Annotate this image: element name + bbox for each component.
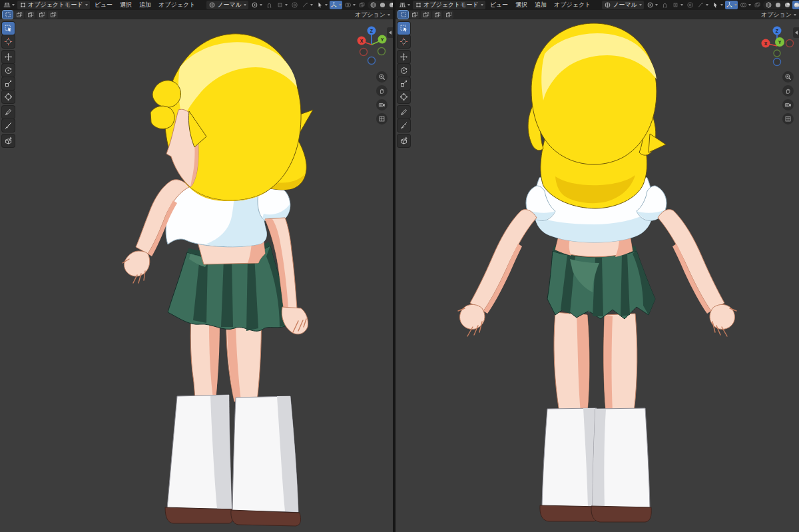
zoom-button[interactable] <box>376 71 388 83</box>
scale-icon <box>4 79 13 88</box>
tool-select-box[interactable] <box>2 22 15 35</box>
select-mode-invert[interactable] <box>37 11 47 19</box>
axis-neg-x-ball[interactable] <box>786 40 794 47</box>
tool-move[interactable] <box>2 51 15 63</box>
pan-button[interactable] <box>782 85 794 97</box>
mode-dropdown[interactable]: オブジェクトモード <box>413 1 485 9</box>
menu-view[interactable]: ビュー <box>92 0 115 10</box>
select-mode-set[interactable] <box>398 11 408 19</box>
menu-view[interactable]: ビュー <box>487 0 511 10</box>
tool-move[interactable] <box>398 51 410 63</box>
axis-neg-x-ball[interactable] <box>360 49 368 56</box>
options-dropdown[interactable]: オプション <box>761 11 796 19</box>
camera-view-button[interactable] <box>376 99 388 111</box>
proportional-editing-toggle[interactable] <box>290 1 299 9</box>
tool-annotate[interactable] <box>398 106 410 119</box>
menu-add[interactable]: 追加 <box>136 0 154 10</box>
select-mode-invert[interactable] <box>432 11 442 19</box>
move-icon <box>4 53 13 61</box>
shading-wireframe-button[interactable] <box>369 1 378 9</box>
tool-scale[interactable] <box>2 77 15 90</box>
pivot-point-dropdown[interactable] <box>646 1 659 9</box>
snap-settings-dropdown[interactable] <box>671 1 684 9</box>
menu-select[interactable]: 選択 <box>117 0 134 10</box>
character-back-three-quarter-view[interactable] <box>0 19 393 532</box>
select-mode-intersect[interactable] <box>443 11 453 19</box>
mode-dropdown[interactable]: オブジェクトモード <box>17 1 90 9</box>
menu-add[interactable]: 追加 <box>532 0 549 10</box>
xray-toggle[interactable] <box>753 1 762 9</box>
tool-select-box[interactable] <box>398 22 410 35</box>
axis-neg-z-ball[interactable] <box>368 57 376 65</box>
tool-scale[interactable] <box>398 77 410 90</box>
pivot-point-dropdown[interactable] <box>250 1 263 9</box>
tool-annotate[interactable] <box>2 106 15 119</box>
editor-type-button[interactable] <box>398 1 411 9</box>
axis-neg-y-ball[interactable] <box>774 50 780 57</box>
shading-material-button[interactable] <box>388 1 393 9</box>
tool-measure[interactable] <box>398 119 410 132</box>
select-mode-extend[interactable] <box>14 11 24 19</box>
select-mode-intersect[interactable] <box>48 11 58 19</box>
shading-solid-button[interactable] <box>774 1 782 9</box>
shading-material-button[interactable] <box>783 1 792 9</box>
menu-select[interactable]: 選択 <box>513 0 530 10</box>
navigation-gizmo[interactable]: Z X Y <box>355 23 390 67</box>
shading-solid-button[interactable] <box>378 1 387 9</box>
options-dropdown[interactable]: オプション <box>355 11 390 19</box>
menu-object[interactable]: オブジェクト <box>551 0 593 10</box>
tool-rotate[interactable] <box>2 64 15 77</box>
editor-type-button[interactable] <box>3 1 15 9</box>
ortho-toggle-button[interactable] <box>376 113 388 125</box>
falloff-icon <box>302 1 309 9</box>
pan-button[interactable] <box>376 85 388 97</box>
tool-measure[interactable] <box>2 119 15 132</box>
proportional-editing-toggle[interactable] <box>686 1 694 9</box>
select-mode-set[interactable] <box>3 11 13 19</box>
orientation-icon <box>604 1 611 9</box>
object-visibility-dropdown[interactable] <box>711 1 724 9</box>
select-mode-subtract[interactable] <box>25 11 35 19</box>
axis-neg-z-ball[interactable] <box>774 59 781 66</box>
sidebar-toggle[interactable] <box>387 27 393 38</box>
select-mode-subtract[interactable] <box>421 11 431 19</box>
xray-toggle[interactable] <box>358 1 366 9</box>
axis-neg-y-ball[interactable] <box>378 48 386 55</box>
transform-orientation-dropdown[interactable]: ノーマル <box>206 1 248 9</box>
tool-add-cube[interactable] <box>398 134 410 147</box>
chevron-down-icon <box>388 14 390 16</box>
select-set-icon <box>5 11 11 18</box>
overlays-toggle[interactable] <box>344 1 356 9</box>
3d-viewport-canvas[interactable]: Z X Y <box>396 19 799 532</box>
overlays-toggle[interactable] <box>739 1 752 9</box>
snap-toggle[interactable] <box>265 1 274 9</box>
tool-cursor[interactable] <box>398 35 410 48</box>
sidebar-toggle[interactable] <box>793 27 799 38</box>
menu-object[interactable]: オブジェクト <box>156 0 198 10</box>
shading-rendered-button[interactable] <box>792 1 799 9</box>
tool-transform[interactable] <box>2 91 15 103</box>
tool-transform[interactable] <box>398 91 410 103</box>
ortho-toggle-button[interactable] <box>782 113 794 125</box>
tool-rotate[interactable] <box>398 64 410 77</box>
navigation-gizmo[interactable]: Z X Y <box>758 23 796 67</box>
camera-view-button[interactable] <box>782 99 794 111</box>
object-visibility-dropdown[interactable] <box>316 1 328 9</box>
gizmos-toggle[interactable] <box>330 1 342 9</box>
transform-orientation-dropdown[interactable]: ノーマル <box>602 1 644 9</box>
select-mode-extend[interactable] <box>409 11 419 19</box>
character-back-view[interactable] <box>396 19 799 532</box>
snap-settings-dropdown[interactable] <box>276 1 288 9</box>
proportional-falloff-dropdown[interactable] <box>696 1 709 9</box>
3d-viewport-canvas[interactable]: Z X Y <box>0 19 393 532</box>
snap-toggle[interactable] <box>661 1 669 9</box>
gizmos-toggle[interactable] <box>725 1 738 9</box>
proportional-falloff-dropdown[interactable] <box>301 1 314 9</box>
gizmo-icon <box>330 1 338 9</box>
tool-cursor[interactable] <box>2 35 15 48</box>
zoom-button[interactable] <box>782 71 794 83</box>
3d-cursor-icon <box>4 37 13 46</box>
gizmo-icon <box>726 1 733 9</box>
shading-wireframe-button[interactable] <box>764 1 773 9</box>
tool-add-cube[interactable] <box>2 134 15 147</box>
